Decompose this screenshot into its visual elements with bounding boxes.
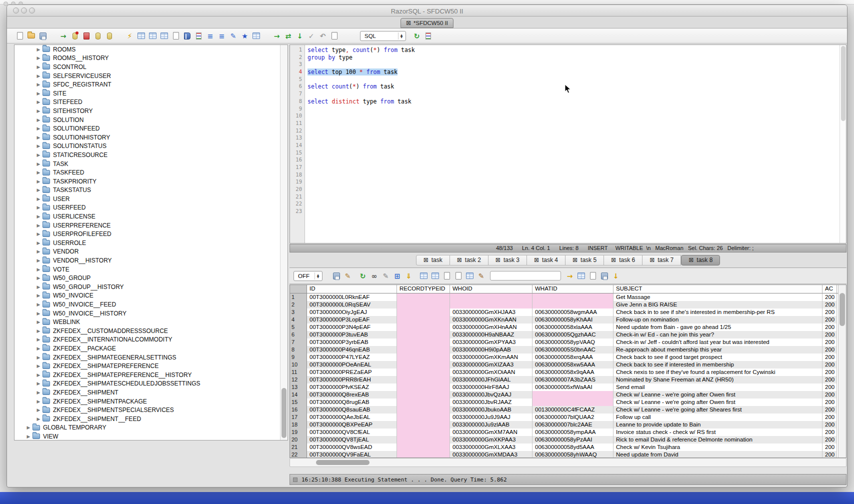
tree-view-icon[interactable]: ⊞ [392,271,402,280]
sort-filter-1-icon[interactable]: ≡ [206,31,215,40]
sort-filter-2-icon[interactable]: ≡ [217,31,226,40]
auto-refresh-icon[interactable]: ↻ [412,31,422,40]
cell-whoid[interactable]: 0033000000H9i0pAAB [450,346,532,354]
cell-whoid[interactable]: 0033000000GmXKnAAN [450,316,532,324]
cell-whoid[interactable]: 0033000000GmXLXAA3 [450,444,532,451]
cell-ac[interactable]: 200 [822,361,837,368]
cell-subject[interactable]: Send email [614,384,822,391]
refresh-results-icon[interactable]: ↻ [358,271,368,280]
window-titlebar[interactable]: RazorSQL - SFDCW50 II [7,5,847,16]
cell-whatid[interactable] [532,398,614,406]
table-row[interactable]: 400T3000000P3LopEAF0033000000GmXKnAAN006… [290,316,838,324]
tab-close-icon[interactable]: ⊠ [650,257,654,263]
cell-recordtypeid[interactable] [397,451,450,458]
cell-subject[interactable]: Check w/ Leanne - we're going after Owen… [614,391,822,398]
row-number-cell[interactable]: 1 [290,294,307,301]
refresh-table-icon[interactable] [160,31,169,40]
cell-ac[interactable]: 200 [822,444,837,451]
row-number-cell[interactable]: 20 [290,436,307,444]
cell-whatid[interactable]: 006300000058xlaAAA [532,324,614,331]
cell-ac[interactable]: 200 [822,331,837,338]
cell-ac[interactable]: 200 [822,316,837,324]
cell-whoid[interactable]: 0033000000GmXM7AAN [450,428,532,436]
cell-ac[interactable]: 200 [822,436,837,444]
disclosure-triangle-icon[interactable]: ▶ [36,390,42,395]
tab-close-icon[interactable]: ⊠ [406,20,411,26]
cell-ac[interactable]: 200 [822,324,837,331]
tree-item-sitefeed[interactable]: ▶SITEFEED [14,98,280,107]
row-number-cell[interactable]: 12 [290,376,307,384]
describe-table-icon[interactable] [148,31,158,40]
row-number-cell[interactable]: 18 [290,421,307,428]
cell-subject[interactable]: Check-in w/ Jeff - couldn't afford last … [614,338,822,346]
disclosure-triangle-icon[interactable]: ▶ [36,126,42,131]
table-row[interactable]: 300T3000000OiyJgEAJ0033000000GmXHJAA3006… [290,308,838,316]
cell-id[interactable]: 00T3000000OiyJgEAJ [307,308,397,316]
cell-recordtypeid[interactable] [397,316,450,324]
cell-whatid[interactable]: 006300000058yd5AAA [532,444,614,451]
cell-id[interactable]: 00T3000000QV8wsEAD [307,444,397,451]
tree-item-scontrol[interactable]: ▶SCONTROL [14,62,280,72]
tree-item-zkfedex__customaddresssource[interactable]: ▶ZKFEDEX__CUSTOMADDRESSSOURCE [14,326,280,336]
disclosure-triangle-icon[interactable]: ▶ [36,416,42,422]
table-row[interactable]: 1300T3000000PfvKSEAZ0033000000HirF8AAJ00… [290,384,838,391]
cell-whoid[interactable]: 0033000000JbvRJAAZ [450,398,532,406]
cell-id[interactable]: 00T3000000L0RknEAF [307,294,397,301]
disclosure-triangle-icon[interactable]: ▶ [36,152,42,158]
tree-item-rooms[interactable]: ▶ROOMS [14,45,280,54]
disclosure-triangle-icon[interactable]: ▶ [36,328,42,334]
cell-subject[interactable]: Follow up call [614,414,822,421]
rollback-arrow-icon[interactable]: ↶ [318,31,328,40]
tree-item-userlicense[interactable]: ▶USERLICENSE [14,212,280,221]
cell-ac[interactable]: 200 [822,428,837,436]
cell-subject[interactable]: Re-approach about membership this year [614,346,822,354]
sql-history-doc-icon[interactable] [330,31,339,40]
column-header-id[interactable]: ID [307,285,397,293]
cell-ac[interactable]: 200 [822,338,837,346]
execute-statement-arrow-icon[interactable]: → [272,31,282,40]
cell-id[interactable]: 00T3000000P47LYEAZ [307,354,397,361]
cell-subject[interactable]: Check w/ Kevin Tsujihara [614,444,822,451]
cell-whatid[interactable] [532,391,614,398]
cell-whoid[interactable]: 0033000000GmXHnAAN [450,324,532,331]
tree-scrollbar[interactable] [280,45,288,440]
disclosure-triangle-icon[interactable]: ▶ [36,293,42,298]
cell-id[interactable]: 00T3000000POeAnEAL [307,361,397,368]
results-vertical-scrollbar[interactable] [838,285,846,458]
table-row[interactable]: 1100T3000000PREZaEAP0033000000GmXOiAAN00… [290,368,838,376]
column-header-recordtypeid[interactable]: RECORDTYPEID [397,285,450,293]
result-tab-task-3[interactable]: ⊠task 3 [488,255,527,266]
tree-item-userfeed[interactable]: ▶USERFEED [14,204,280,212]
row-number-cell[interactable]: 8 [290,346,307,354]
disclosure-triangle-icon[interactable]: ▶ [36,232,42,236]
cell-subject[interactable]: Get Massage [614,294,822,301]
cell-id[interactable]: 00T3000000QV8CfEAL [307,428,397,436]
cell-whoid[interactable]: 0033000000JbvQzAAJ [450,391,532,398]
tree-item-solutionstatus[interactable]: ▶SOLUTIONSTATUS [14,142,280,151]
results-search-input[interactable] [490,271,561,280]
tab-close-icon[interactable]: ⊠ [424,257,428,263]
cell-subject[interactable]: Invoice status check - check w/ RS first [614,428,822,436]
cell-whatid[interactable] [532,301,614,308]
cell-ac[interactable]: 200 [822,384,837,391]
tab-close-icon[interactable]: ⊠ [688,257,694,263]
row-number-cell[interactable]: 6 [290,331,307,338]
cell-whatid[interactable]: 0013000000C4fFCAAZ [532,406,614,414]
cell-id[interactable]: 00T3000000PREZaEAP [307,368,397,376]
cell-whatid[interactable]: 006300000058ypVAAQ [532,338,614,346]
cell-whoid[interactable]: 0033000000Ju9zlAAB [450,421,532,428]
disclosure-triangle-icon[interactable]: ▶ [36,223,42,228]
disclosure-triangle-icon[interactable]: ▶ [36,205,42,210]
refresh-table-2-icon[interactable] [419,271,428,280]
cell-ac[interactable]: 200 [822,398,837,406]
page-view-icon[interactable] [442,271,452,280]
row-number-cell[interactable]: 11 [290,368,307,376]
row-number-cell[interactable]: 17 [290,414,307,421]
table-row[interactable]: 1000T3000000POeAnEAL0033000000GmXIZAA300… [290,361,838,368]
disclosure-triangle-icon[interactable]: ▶ [36,355,42,360]
column-list-icon[interactable] [194,31,204,40]
result-tab-task[interactable]: ⊠task [416,255,450,266]
cell-ac[interactable]: 200 [822,294,837,301]
column-header-ac[interactable]: AC [822,285,837,293]
tree-item-w50_invoice__history[interactable]: ▶W50_INVOICE__HISTORY [14,309,280,318]
